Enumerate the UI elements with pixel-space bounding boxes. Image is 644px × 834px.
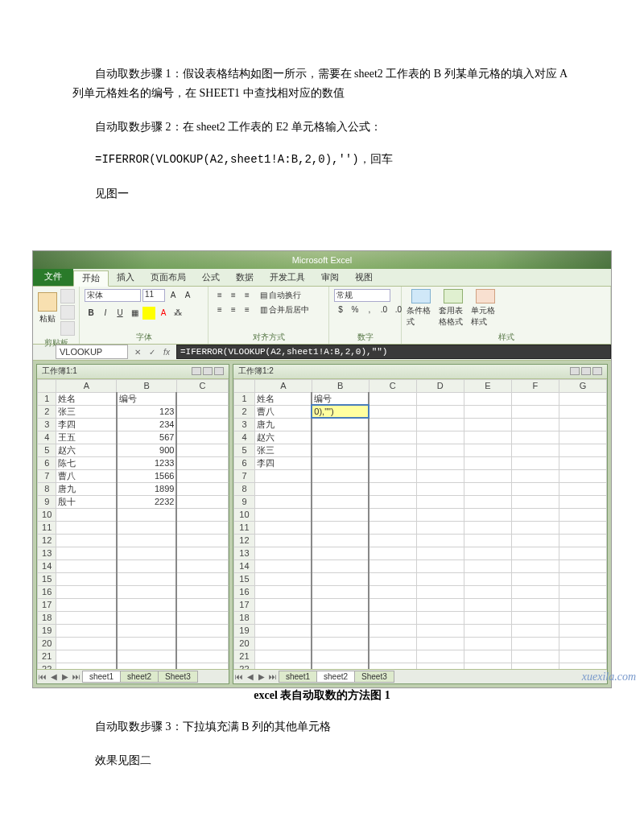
row-header[interactable]: 8	[234, 482, 255, 495]
row-header[interactable]: 4	[234, 431, 255, 444]
number-format-select[interactable]: 常规	[334, 289, 390, 302]
cell[interactable]	[369, 405, 416, 418]
row-header[interactable]: 13	[234, 547, 255, 559]
cell[interactable]	[464, 572, 511, 585]
cell[interactable]: 李四	[56, 418, 117, 431]
cell[interactable]	[511, 598, 559, 611]
copy-icon[interactable]	[60, 305, 75, 320]
cell[interactable]	[416, 469, 464, 482]
row-header[interactable]: 15	[38, 572, 56, 585]
percent-icon[interactable]: %	[349, 303, 361, 316]
row-header[interactable]: 22	[38, 663, 56, 669]
paste-button[interactable]: 粘贴	[38, 289, 57, 328]
row-header[interactable]: 22	[234, 663, 255, 669]
row-header[interactable]: 20	[38, 637, 56, 650]
cell[interactable]	[369, 431, 416, 444]
format-painter-icon[interactable]	[60, 321, 75, 336]
cell[interactable]	[254, 572, 312, 585]
file-tab[interactable]: 文件	[33, 268, 73, 286]
row-header[interactable]: 1	[38, 392, 56, 405]
row-header[interactable]: 21	[234, 650, 255, 663]
cell[interactable]	[369, 456, 416, 469]
cell[interactable]	[117, 534, 177, 547]
cell[interactable]	[559, 585, 606, 598]
cell[interactable]	[559, 547, 606, 559]
cell[interactable]	[369, 508, 416, 521]
cell[interactable]	[464, 663, 511, 669]
cell[interactable]	[416, 418, 464, 431]
nav-prev-icon[interactable]: ◀	[245, 672, 256, 681]
font-name-select[interactable]: 宋体	[85, 289, 141, 302]
cell[interactable]	[464, 547, 511, 559]
currency-icon[interactable]: $	[334, 303, 347, 316]
row-header[interactable]: 11	[234, 521, 255, 534]
cell[interactable]: 唐九	[254, 418, 312, 431]
cell[interactable]: 殷十	[56, 495, 117, 508]
column-header[interactable]: C	[369, 379, 416, 392]
cell[interactable]: 1566	[117, 469, 177, 482]
cell[interactable]	[416, 547, 464, 559]
cell[interactable]	[559, 534, 606, 547]
cell[interactable]	[464, 650, 511, 663]
row-header[interactable]: 12	[38, 534, 56, 547]
fill-color-button[interactable]	[142, 307, 155, 320]
cell[interactable]: 900	[117, 444, 177, 456]
cell[interactable]	[559, 456, 606, 469]
cell[interactable]	[56, 663, 117, 669]
cell[interactable]	[312, 534, 369, 547]
cell[interactable]	[416, 624, 464, 637]
cell[interactable]	[176, 547, 228, 559]
cell[interactable]	[511, 482, 559, 495]
sheet-tabs-left[interactable]: ⏮ ◀ ▶ ⏭ sheet1sheet2Sheet3	[37, 669, 229, 683]
cell[interactable]	[56, 585, 117, 598]
cell[interactable]	[56, 547, 117, 559]
enter-formula-icon[interactable]: ✓	[146, 345, 159, 358]
cell[interactable]	[176, 598, 228, 611]
cell[interactable]	[511, 392, 559, 405]
cell[interactable]	[312, 650, 369, 663]
row-header[interactable]: 16	[38, 585, 56, 598]
align-bot-icon[interactable]: ≡	[241, 289, 254, 302]
cell[interactable]	[117, 650, 177, 663]
column-header[interactable]: B	[117, 379, 177, 392]
cell[interactable]	[254, 663, 312, 669]
cell-styles-button[interactable]: 单元格样式	[471, 289, 500, 328]
cell[interactable]	[117, 508, 177, 521]
cell[interactable]	[559, 650, 606, 663]
cell[interactable]	[254, 637, 312, 650]
cell[interactable]	[312, 624, 369, 637]
row-header[interactable]: 5	[38, 444, 56, 456]
window-controls[interactable]	[192, 367, 224, 375]
cell[interactable]	[117, 598, 177, 611]
align-center-icon[interactable]: ≡	[227, 303, 240, 316]
cancel-formula-icon[interactable]: ✕	[131, 345, 144, 358]
cell[interactable]	[559, 418, 606, 431]
grow-font-icon[interactable]: A	[167, 289, 180, 302]
cell[interactable]	[312, 521, 369, 534]
cut-icon[interactable]	[60, 289, 75, 303]
column-header[interactable]: C	[176, 379, 228, 392]
nav-next-icon[interactable]: ▶	[60, 672, 71, 681]
cell[interactable]	[464, 559, 511, 572]
ribbon-tab[interactable]: 开发工具	[262, 270, 313, 286]
cell[interactable]: 赵六	[254, 431, 312, 444]
cell[interactable]	[312, 456, 369, 469]
cell[interactable]	[511, 444, 559, 456]
inc-decimal-icon[interactable]: .0	[378, 303, 390, 316]
row-header[interactable]: 14	[38, 559, 56, 572]
cell[interactable]	[369, 444, 416, 456]
align-top-icon[interactable]: ≡	[213, 289, 226, 302]
cell[interactable]	[464, 508, 511, 521]
nav-first-icon[interactable]: ⏮	[37, 672, 48, 681]
phonetic-button[interactable]: ⁂	[171, 307, 184, 320]
cell[interactable]	[511, 650, 559, 663]
cell[interactable]	[312, 482, 369, 495]
ribbon-tab[interactable]: 审阅	[313, 270, 347, 286]
cell[interactable]	[312, 469, 369, 482]
cell[interactable]	[369, 598, 416, 611]
row-header[interactable]: 4	[38, 431, 56, 444]
cell[interactable]	[511, 611, 559, 624]
cell[interactable]	[312, 418, 369, 431]
sheet-tab[interactable]: Sheet3	[354, 671, 394, 683]
cell[interactable]	[464, 521, 511, 534]
